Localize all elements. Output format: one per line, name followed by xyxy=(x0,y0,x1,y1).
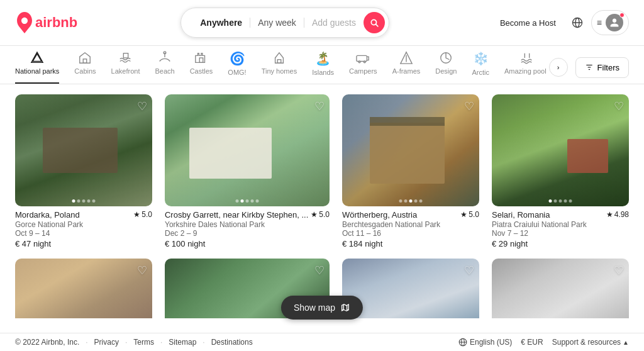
language-button[interactable] xyxy=(566,11,589,34)
listing-dates: Dec 2 – 9 xyxy=(165,229,330,238)
footer-privacy-link[interactable]: Privacy xyxy=(94,338,119,347)
search-week[interactable]: Any week xyxy=(250,18,304,28)
amazing-pools-icon xyxy=(520,51,534,65)
listing-subtitle: Berchtesgaden National Park xyxy=(342,220,479,229)
search-button[interactable] xyxy=(364,12,385,33)
listing-title: Wörtherberg, Austria xyxy=(342,210,458,220)
campers-icon xyxy=(356,51,370,65)
category-aframes[interactable]: A-frames xyxy=(392,51,421,84)
footer-terms-link[interactable]: Terms xyxy=(133,338,154,347)
footer-language-text: English (US) xyxy=(470,338,512,347)
footer-language[interactable]: English (US) xyxy=(458,338,512,347)
svg-rect-5 xyxy=(84,59,87,63)
category-lakefront[interactable]: Lakefront xyxy=(111,51,140,84)
category-label: Cabins xyxy=(74,67,96,75)
category-label: Arctic xyxy=(472,69,490,76)
beach-icon xyxy=(158,51,172,65)
logo[interactable]: airbnb xyxy=(15,12,77,33)
listing-rating: ★ 5.0 xyxy=(133,210,152,219)
footer-destinations-link[interactable]: Destinations xyxy=(211,338,253,347)
search-location[interactable]: Anywhere xyxy=(192,18,250,28)
categories-next-button[interactable]: › xyxy=(549,58,568,77)
svg-rect-6 xyxy=(123,53,128,58)
show-map-label: Show map xyxy=(294,303,335,313)
footer-copyright: © 2022 Airbnb, Inc. xyxy=(15,338,79,347)
footer-right: English (US) € EUR Support & resources ▲ xyxy=(458,338,629,347)
footer: © 2022 Airbnb, Inc. · Privacy · Terms · … xyxy=(0,333,644,351)
wishlist-button[interactable]: ♡ xyxy=(464,264,474,277)
category-cabins[interactable]: Cabins xyxy=(74,51,96,84)
wishlist-button[interactable]: ♡ xyxy=(464,99,474,113)
category-tiny-homes[interactable]: Tiny homes xyxy=(262,51,297,84)
svg-rect-10 xyxy=(357,55,367,61)
listing-image-8: ♡ xyxy=(492,259,629,318)
listing-dates: Oct 11 – 16 xyxy=(342,229,479,238)
listing-info: Wörtherberg, Austria ★ 5.0 Berchtesgaden… xyxy=(342,206,479,248)
listing-card[interactable]: ♡ xyxy=(492,259,629,318)
category-bar: National parks Cabins Lakefront Beach Ca… xyxy=(0,46,644,84)
category-campers[interactable]: Campers xyxy=(349,51,377,84)
cabins-icon xyxy=(78,51,92,65)
wishlist-button[interactable]: ♡ xyxy=(314,264,325,277)
svg-rect-9 xyxy=(277,60,281,64)
footer-support[interactable]: Support & resources ▲ xyxy=(552,338,629,347)
search-guests[interactable]: Add guests xyxy=(304,18,364,28)
hamburger-icon: ≡ xyxy=(597,18,602,28)
listing-image-4: ♡ xyxy=(492,94,629,206)
listing-dates: Nov 7 – 12 xyxy=(492,229,629,238)
category-label: OMG! xyxy=(228,69,246,76)
arctic-icon: ❄️ xyxy=(473,51,489,66)
svg-point-11 xyxy=(358,61,360,63)
category-arctic[interactable]: ❄️ Arctic xyxy=(472,51,490,84)
category-label: Tiny homes xyxy=(262,67,297,75)
wishlist-button[interactable]: ♡ xyxy=(614,99,624,113)
avatar xyxy=(606,14,623,31)
user-menu[interactable]: ≡ xyxy=(591,10,629,35)
nav-right: Become a Host ≡ xyxy=(492,10,629,35)
filters-button[interactable]: Filters xyxy=(575,57,629,78)
chevron-up-icon: ▲ xyxy=(623,339,629,346)
become-host-link[interactable]: Become a Host xyxy=(492,12,564,34)
category-label: Campers xyxy=(349,67,377,75)
search-bar[interactable]: Anywhere Any week Add guests xyxy=(180,8,389,38)
tiny-homes-icon xyxy=(272,51,286,65)
listing-card[interactable]: ♡ Mordarka, Poland ★ 5.0 Gorce National … xyxy=(15,94,152,248)
category-label: A-frames xyxy=(392,67,421,75)
listing-card[interactable]: ♡ xyxy=(15,259,152,318)
listing-card[interactable]: ♡ Wörtherberg, Austria ★ 5.0 Berchtesgad… xyxy=(342,94,479,248)
globe-icon-footer xyxy=(458,338,467,347)
wishlist-button[interactable]: ♡ xyxy=(614,264,624,277)
footer-currency[interactable]: € EUR xyxy=(521,338,543,347)
listing-card[interactable]: ♡ Selari, Romania ★ 4.98 Piatra Craiului… xyxy=(492,94,629,248)
category-beach[interactable]: Beach xyxy=(155,51,174,84)
listing-rating: ★ 5.0 xyxy=(311,210,330,219)
category-label: Beach xyxy=(155,67,174,75)
category-amazing-pools[interactable]: Amazing pools xyxy=(504,51,547,84)
category-omg[interactable]: 🌀 OMG! xyxy=(228,51,246,84)
listing-price: € 100 night xyxy=(165,239,330,248)
wishlist-button[interactable]: ♡ xyxy=(137,99,147,113)
listing-image-5: ♡ xyxy=(15,259,152,318)
listing-image-3: ♡ xyxy=(342,94,479,206)
wishlist-button[interactable]: ♡ xyxy=(314,99,325,113)
castles-icon xyxy=(194,51,208,65)
category-design[interactable]: Design xyxy=(435,51,457,84)
logo-text: airbnb xyxy=(35,14,77,31)
listing-subtitle: Gorce National Park xyxy=(15,220,152,229)
category-castles[interactable]: Castles xyxy=(190,51,213,84)
category-islands[interactable]: 🏝️ Islands xyxy=(312,51,334,84)
listing-info: Crosby Garrett, near Kirkby Stephen, ...… xyxy=(165,206,330,248)
notification-dot xyxy=(619,13,625,18)
listing-image-1: ♡ xyxy=(15,94,152,206)
listing-price: € 47 night xyxy=(15,239,152,248)
filters-icon xyxy=(585,63,594,72)
category-national-parks[interactable]: National parks xyxy=(15,51,59,84)
listing-card[interactable]: ♡ Crosby Garrett, near Kirkby Stephen, .… xyxy=(165,94,330,248)
wishlist-button[interactable]: ♡ xyxy=(137,264,147,277)
show-map-button[interactable]: Show map xyxy=(281,296,363,320)
footer-sitemap-link[interactable]: Sitemap xyxy=(169,338,196,347)
header: airbnb Anywhere Any week Add guests Beco… xyxy=(0,0,644,46)
map-icon xyxy=(340,303,350,313)
listing-dates: Oct 9 – 14 xyxy=(15,229,152,238)
listing-title: Selari, Romania xyxy=(492,210,604,220)
